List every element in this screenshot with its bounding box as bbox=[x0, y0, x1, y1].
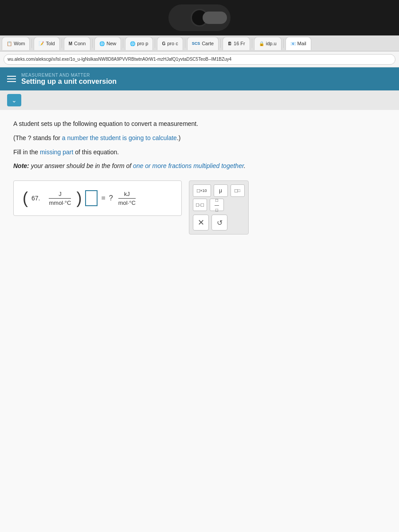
header-text: MEASUREMENT AND MATTER Setting up a unit… bbox=[21, 73, 117, 86]
eq-result-fraction: kJ mol·°C bbox=[118, 191, 136, 206]
header-title: Setting up a unit conversion bbox=[21, 78, 117, 86]
tab-icon-new: 🌐 bbox=[99, 41, 105, 46]
header-subtitle: MEASUREMENT AND MATTER bbox=[21, 73, 117, 78]
tab-label-conn: Conn bbox=[74, 41, 86, 46]
btn-superscript-10[interactable]: □×10 bbox=[193, 184, 211, 197]
tab-label-told: Told bbox=[46, 41, 55, 46]
tab-new[interactable]: 🌐 New bbox=[94, 37, 121, 50]
btn-dot-multiply[interactable]: □·□ bbox=[193, 199, 207, 211]
hamburger-icon[interactable] bbox=[7, 76, 16, 82]
tab-carte[interactable]: SCS Carte bbox=[187, 37, 219, 50]
tab-label-idp: idp.u bbox=[266, 41, 277, 46]
tab-label-prop: pro p bbox=[137, 41, 148, 46]
tab-divider-7 bbox=[220, 39, 221, 48]
tab-divider-9 bbox=[283, 39, 284, 48]
tab-label-carte: Carte bbox=[202, 41, 214, 46]
content-area: MEASUREMENT AND MATTER Setting up a unit… bbox=[0, 67, 399, 532]
tab-label-wom: Wom bbox=[14, 41, 25, 46]
camera-bar bbox=[0, 0, 399, 35]
tab-icon-carte: SCS bbox=[192, 41, 200, 46]
tab-divider-5 bbox=[155, 39, 155, 48]
tab-icon-16fr: 🗓 bbox=[227, 41, 232, 46]
eq-denominator: mmol·°C bbox=[49, 199, 71, 206]
tab-told[interactable]: 📝 Told bbox=[34, 37, 59, 50]
open-paren: ( bbox=[23, 190, 28, 206]
tab-icon-conn: M bbox=[69, 41, 72, 46]
eq-result-numerator: kJ bbox=[118, 191, 136, 199]
equation-container: ( 67. J mmol·°C ) = ? bbox=[13, 180, 386, 235]
tab-divider-8 bbox=[252, 39, 252, 48]
tab-label-mail: Mail bbox=[297, 41, 306, 46]
tab-label-new: New bbox=[106, 41, 116, 46]
problem-area: A student sets up the following equation… bbox=[0, 110, 399, 532]
tab-icon-prop: 🌐 bbox=[130, 41, 135, 46]
answer-input-box[interactable] bbox=[85, 190, 98, 206]
problem-line-1: A student sets up the following equation… bbox=[13, 119, 386, 129]
btn-undo[interactable]: ↺ bbox=[211, 215, 227, 231]
problem-line-2: (The ? stands for a number the student i… bbox=[13, 133, 386, 144]
browser-toolbar: wu.aleks.com/alekscgi/x/lsl.exe/1o_u-lgN… bbox=[0, 51, 399, 67]
tab-mail[interactable]: 📧 Mail bbox=[286, 37, 311, 50]
tab-divider-3 bbox=[92, 39, 93, 48]
btn-fraction[interactable]: □—□ bbox=[210, 199, 224, 211]
tab-divider-6 bbox=[185, 39, 185, 48]
highlight-fractions: one or more fractions multiplied togethe… bbox=[133, 162, 244, 169]
tab-icon-idp: 🔒 bbox=[259, 41, 264, 46]
tab-divider-1 bbox=[31, 39, 32, 48]
btn-mu[interactable]: μ bbox=[214, 184, 228, 197]
math-kb-action-row: ✕ ↺ bbox=[193, 215, 245, 231]
btn-clear[interactable]: ✕ bbox=[193, 215, 209, 231]
math-keyboard: □×10 μ □□ □·□ □—□ ✕ ↺ bbox=[189, 180, 249, 235]
tab-prop[interactable]: 🌐 pro p bbox=[125, 37, 153, 50]
tab-divider-2 bbox=[62, 39, 62, 48]
tab-icon-mail: 📧 bbox=[290, 41, 296, 46]
tab-label-16fr: 16 Fr bbox=[234, 41, 245, 46]
aleks-header: MEASUREMENT AND MATTER Setting up a unit… bbox=[0, 67, 399, 90]
camera-bump bbox=[168, 4, 231, 31]
equation-box: ( 67. J mmol·°C ) = ? bbox=[13, 180, 182, 216]
tab-icon-wom: 📋 bbox=[7, 41, 12, 46]
tab-16fr[interactable]: 🗓 16 Fr bbox=[223, 37, 250, 50]
tab-label-proc: pro c bbox=[167, 41, 178, 46]
browser-tabs: 📋 Wom 📝 Told M Conn 🌐 New 🌐 pro p G pro … bbox=[0, 35, 399, 51]
camera-slider bbox=[203, 12, 227, 24]
close-paren: ) bbox=[76, 190, 82, 206]
collapse-button[interactable]: ⌄ bbox=[7, 94, 21, 106]
problem-line-4: Note: your answer should be in the form … bbox=[13, 161, 386, 172]
tab-icon-proc: G bbox=[162, 41, 165, 46]
tab-divider-4 bbox=[123, 39, 123, 48]
tab-proc[interactable]: G pro c bbox=[157, 37, 183, 50]
tab-conn[interactable]: M Conn bbox=[64, 37, 91, 50]
eq-fraction-input: J mmol·°C bbox=[49, 191, 71, 206]
chevron-down-icon: ⌄ bbox=[12, 97, 17, 104]
tab-idp[interactable]: 🔒 idp.u bbox=[254, 37, 282, 50]
eq-equals: = bbox=[101, 194, 105, 202]
eq-question-mark: ? bbox=[109, 194, 113, 202]
eq-value: 67. bbox=[31, 195, 40, 202]
eq-result-denominator: mol·°C bbox=[118, 199, 136, 206]
math-kb-row-1: □×10 μ □□ bbox=[193, 184, 245, 197]
url-bar[interactable]: wu.aleks.com/alekscgi/x/lsl.exe/1o_u-lgN… bbox=[4, 54, 395, 65]
btn-square-power[interactable]: □□ bbox=[231, 184, 245, 197]
problem-line-3: Fill in the missing part of this equatio… bbox=[13, 147, 386, 158]
eq-numerator: J bbox=[49, 191, 71, 199]
tab-wom[interactable]: 📋 Wom bbox=[2, 37, 30, 50]
url-text: wu.aleks.com/alekscgi/x/lsl.exe/1o_u-lgN… bbox=[8, 57, 231, 62]
math-kb-row-2: □·□ □—□ bbox=[193, 199, 245, 211]
tab-icon-told: 📝 bbox=[39, 41, 44, 46]
highlight-calculate: a number the student is going to calcula… bbox=[62, 134, 177, 141]
